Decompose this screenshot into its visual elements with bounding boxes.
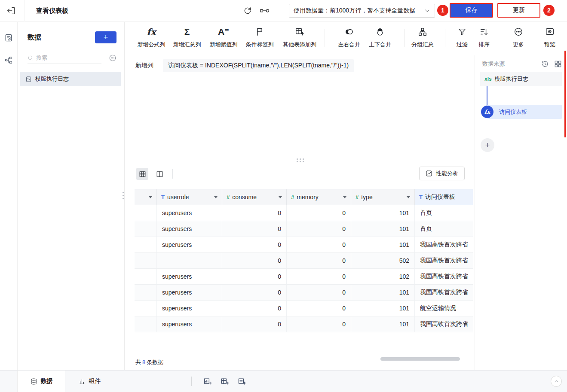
toolbar-add-formula-column[interactable]: fx 新增公式列 (138, 26, 166, 49)
log-table-icon (25, 76, 32, 82)
table-header-cell-dashboard[interactable]: T 访问仪表板 (415, 189, 473, 205)
add-data-button[interactable]: + (95, 31, 116, 43)
group-summary-icon (418, 26, 427, 38)
column-view-icon[interactable] (153, 168, 166, 180)
add-step-button[interactable]: + (481, 138, 494, 152)
top-bar: 查看仪表板 使用数据量：前1000万行，暂不支持全量数据 1 保存 更新 2 (0, 0, 567, 21)
collapse-button[interactable] (551, 376, 562, 387)
table-cell: 0 (287, 301, 351, 316)
panel-title: 数据 (28, 33, 41, 42)
table-row[interactable]: superusers00101首页 (135, 221, 473, 237)
table-cell (135, 269, 157, 284)
table-cell: superusers (157, 221, 222, 237)
table-row[interactable]: superusers00102我国高铁首次跨省 (135, 269, 473, 285)
toolbar-add-assign-column[interactable]: A⁼ 新增赋值列 (210, 26, 238, 49)
table-row[interactable]: superusers00101我国高铁首次跨省 (135, 316, 473, 332)
table-cell: 我国高铁首次跨省 (415, 237, 473, 252)
divider (191, 377, 192, 386)
table-header-cell-type[interactable]: # type (351, 189, 415, 205)
data-limit-select[interactable]: 使用数据量：前1000万行，暂不支持全量数据 (289, 4, 435, 18)
table-cell: 502 (351, 253, 415, 268)
toolbar-sort[interactable]: 排序 (478, 26, 490, 49)
table-cell (135, 221, 157, 237)
add-pivot-icon[interactable] (221, 377, 229, 386)
horizontal-scrollbar[interactable] (380, 357, 460, 361)
table-cell: 0 (222, 221, 287, 237)
annotation-badge-1: 1 (437, 5, 448, 16)
table-row[interactable]: superusers00101航空运输情况 (135, 301, 473, 316)
refresh-icon[interactable] (243, 6, 252, 15)
assign-icon: A⁼ (218, 27, 229, 37)
add-chart-icon[interactable] (203, 377, 212, 386)
table-cell: 0 (222, 301, 287, 316)
table-row[interactable]: superusers00101我国高铁首次跨省 (135, 237, 473, 253)
exit-icon[interactable] (6, 6, 16, 15)
chart-icon (78, 378, 86, 385)
table-header-cell[interactable] (135, 189, 157, 205)
data-table: T userrole # consume # memory # type T (135, 189, 473, 332)
number-type-icon: # (356, 194, 359, 201)
update-button[interactable]: 更新 (497, 3, 540, 18)
source-node-xls[interactable]: xls 模版执行日志 (480, 72, 562, 86)
vertical-resize-handle[interactable] (123, 192, 124, 199)
performance-analysis-button[interactable]: 性能分析 (419, 167, 465, 180)
formula-expression[interactable]: 访问仪表板 = INDEXOF(SPLIT(tname,"/"),LEN(SPL… (163, 59, 354, 72)
table-view-toggle (136, 168, 173, 180)
layout-icon[interactable] (554, 60, 562, 68)
add-list-icon[interactable] (238, 377, 246, 386)
list-item-template-log[interactable]: 模版执行日志 (20, 72, 121, 86)
content-area: 新增列 访问仪表板 = INDEXOF(SPLIT(tname,"/"),LEN… (125, 55, 475, 370)
table-cell: 我国高铁首次跨省 (415, 285, 473, 300)
table-cell: 0 (287, 253, 351, 268)
annotation-red-strip (564, 51, 566, 137)
data-source-panel: 数据来源 xls 模版执行日志 fx 访问仪表板 + (475, 55, 567, 370)
toolbar-group-summary[interactable]: 分组汇总 (411, 26, 434, 49)
toolbar-add-summary-column[interactable]: Σ 新增汇总列 (173, 26, 201, 49)
list-item-label: 模版执行日志 (35, 75, 69, 83)
toolbar-filter[interactable]: 过滤 (457, 26, 468, 49)
source-node-label: 模版执行日志 (495, 75, 528, 83)
tab-data[interactable]: 数据 (17, 371, 65, 392)
table-cell: 0 (222, 237, 287, 252)
formula-bar-label: 新增列 (135, 62, 153, 70)
divider (404, 29, 405, 47)
table-cell (135, 285, 157, 300)
horizontal-resize-handle[interactable] (297, 158, 304, 162)
relation-icon[interactable] (4, 56, 13, 64)
table-row[interactable]: 00502我国高铁首次跨省 (135, 253, 473, 269)
table-cell: 102 (351, 269, 415, 284)
table-cell (135, 205, 157, 221)
toolbar-preview[interactable]: 预览 (544, 26, 555, 49)
history-icon[interactable] (541, 60, 549, 68)
table-row[interactable]: superusers00101我国高铁首次跨省 (135, 285, 473, 301)
table-cell: 101 (351, 316, 415, 332)
toolbar-more[interactable]: 更多 (513, 26, 524, 49)
flag-icon (255, 26, 264, 38)
table-cell: superusers (157, 285, 222, 300)
table-row[interactable]: superusers00101首页 (135, 205, 473, 221)
formula-node-icon[interactable]: fx (481, 106, 493, 118)
flow-icon[interactable] (260, 6, 270, 15)
toolbar-add-from-other-table[interactable]: 其他表添加列 (283, 26, 316, 49)
divider (172, 169, 173, 179)
grid-view-icon[interactable] (136, 168, 148, 180)
data-edit-icon[interactable] (4, 33, 13, 42)
ellipsis-circle-icon[interactable] (109, 54, 116, 62)
toolbar-merge-vertical[interactable]: 上下合并 (369, 26, 391, 49)
save-button[interactable]: 保存 (450, 3, 493, 18)
table-header-cell-memory[interactable]: # memory (287, 189, 351, 205)
table-header: T userrole # consume # memory # type T (135, 189, 473, 205)
divider (445, 29, 445, 47)
toolbar-merge-horizontal[interactable]: 左右合并 (338, 26, 360, 49)
table-cell: 0 (287, 221, 351, 237)
search-box[interactable] (28, 52, 101, 64)
table-cell: 101 (351, 301, 415, 316)
tab-components[interactable]: 组件 (65, 371, 113, 392)
table-header-cell-consume[interactable]: # consume (222, 189, 287, 205)
table-header-cell-userrole[interactable]: T userrole (157, 189, 222, 205)
toolbar-condition-label-column[interactable]: 条件标签列 (246, 26, 274, 49)
search-input[interactable] (36, 55, 92, 61)
table-cell (135, 316, 157, 332)
chevron-down-icon (424, 8, 430, 14)
formula-node[interactable]: 访问仪表板 (487, 105, 562, 119)
